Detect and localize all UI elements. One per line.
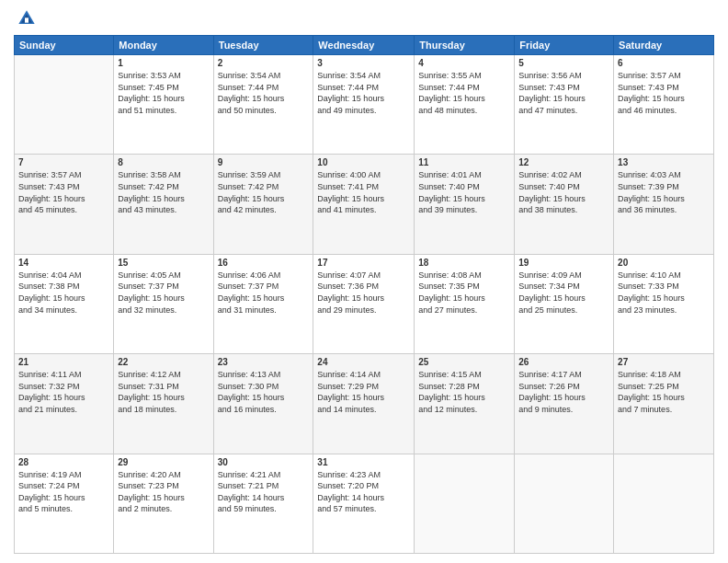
day-info: Sunrise: 3:58 AM Sunset: 7:42 PM Dayligh… <box>118 169 209 215</box>
day-cell: 7Sunrise: 3:57 AM Sunset: 7:43 PM Daylig… <box>15 155 114 254</box>
day-number: 17 <box>317 258 410 268</box>
day-info: Sunrise: 4:06 AM Sunset: 7:37 PM Dayligh… <box>218 270 310 316</box>
day-cell: 13Sunrise: 4:03 AM Sunset: 7:39 PM Dayli… <box>614 155 714 254</box>
header <box>14 9 714 28</box>
day-number: 4 <box>418 58 510 68</box>
calendar-table: SundayMondayTuesdayWednesdayThursdayFrid… <box>14 35 714 554</box>
day-cell: 4Sunrise: 3:55 AM Sunset: 7:44 PM Daylig… <box>415 55 515 155</box>
day-number: 12 <box>518 157 609 167</box>
day-number: 25 <box>418 357 510 367</box>
week-row-2: 7Sunrise: 3:57 AM Sunset: 7:43 PM Daylig… <box>15 155 714 254</box>
day-info: Sunrise: 4:15 AM Sunset: 7:28 PM Dayligh… <box>418 369 510 415</box>
day-number: 1 <box>118 58 209 68</box>
day-info: Sunrise: 4:01 AM Sunset: 7:40 PM Dayligh… <box>418 169 510 215</box>
day-number: 8 <box>118 157 209 167</box>
day-number: 21 <box>18 357 109 367</box>
day-cell: 16Sunrise: 4:06 AM Sunset: 7:37 PM Dayli… <box>213 254 313 353</box>
day-info: Sunrise: 3:57 AM Sunset: 7:43 PM Dayligh… <box>18 169 109 215</box>
day-info: Sunrise: 4:23 AM Sunset: 7:20 PM Dayligh… <box>317 469 410 515</box>
day-info: Sunrise: 4:13 AM Sunset: 7:30 PM Dayligh… <box>218 369 310 415</box>
day-number: 22 <box>118 357 209 367</box>
day-info: Sunrise: 3:54 AM Sunset: 7:44 PM Dayligh… <box>317 70 410 116</box>
day-info: Sunrise: 4:09 AM Sunset: 7:34 PM Dayligh… <box>518 270 609 316</box>
day-number: 6 <box>618 58 710 68</box>
weekday-monday: Monday <box>114 36 213 55</box>
day-cell: 24Sunrise: 4:14 AM Sunset: 7:29 PM Dayli… <box>313 354 415 454</box>
day-cell <box>614 454 714 553</box>
day-info: Sunrise: 4:17 AM Sunset: 7:26 PM Dayligh… <box>518 369 609 415</box>
day-cell: 29Sunrise: 4:20 AM Sunset: 7:23 PM Dayli… <box>114 454 213 553</box>
day-number: 5 <box>518 58 609 68</box>
day-info: Sunrise: 4:20 AM Sunset: 7:23 PM Dayligh… <box>118 469 209 515</box>
day-info: Sunrise: 3:56 AM Sunset: 7:43 PM Dayligh… <box>518 70 609 116</box>
day-cell <box>415 454 515 553</box>
weekday-saturday: Saturday <box>614 36 714 55</box>
day-cell: 8Sunrise: 3:58 AM Sunset: 7:42 PM Daylig… <box>114 155 213 254</box>
day-cell: 15Sunrise: 4:05 AM Sunset: 7:37 PM Dayli… <box>114 254 213 353</box>
day-cell: 17Sunrise: 4:07 AM Sunset: 7:36 PM Dayli… <box>313 254 415 353</box>
day-cell: 9Sunrise: 3:59 AM Sunset: 7:42 PM Daylig… <box>213 155 313 254</box>
day-cell: 3Sunrise: 3:54 AM Sunset: 7:44 PM Daylig… <box>313 55 415 155</box>
day-info: Sunrise: 4:00 AM Sunset: 7:41 PM Dayligh… <box>317 169 410 215</box>
day-cell: 12Sunrise: 4:02 AM Sunset: 7:40 PM Dayli… <box>515 155 614 254</box>
day-info: Sunrise: 4:18 AM Sunset: 7:25 PM Dayligh… <box>618 369 710 415</box>
day-info: Sunrise: 3:53 AM Sunset: 7:45 PM Dayligh… <box>118 70 209 116</box>
day-info: Sunrise: 4:14 AM Sunset: 7:29 PM Dayligh… <box>317 369 410 415</box>
day-cell: 2Sunrise: 3:54 AM Sunset: 7:44 PM Daylig… <box>213 55 313 155</box>
day-number: 30 <box>218 457 310 467</box>
day-info: Sunrise: 3:57 AM Sunset: 7:43 PM Dayligh… <box>618 70 710 116</box>
day-info: Sunrise: 4:12 AM Sunset: 7:31 PM Dayligh… <box>118 369 209 415</box>
svg-rect-2 <box>25 17 28 22</box>
weekday-tuesday: Tuesday <box>213 36 313 55</box>
day-cell: 31Sunrise: 4:23 AM Sunset: 7:20 PM Dayli… <box>313 454 415 553</box>
day-info: Sunrise: 4:07 AM Sunset: 7:36 PM Dayligh… <box>317 270 410 316</box>
day-cell <box>515 454 614 553</box>
day-number: 20 <box>618 258 710 268</box>
day-number: 13 <box>618 157 710 167</box>
weekday-thursday: Thursday <box>415 36 515 55</box>
day-number: 24 <box>317 357 410 367</box>
day-info: Sunrise: 4:08 AM Sunset: 7:35 PM Dayligh… <box>418 270 510 316</box>
day-number: 7 <box>18 157 109 167</box>
day-number: 31 <box>317 457 410 467</box>
day-number: 29 <box>118 457 209 467</box>
day-cell: 10Sunrise: 4:00 AM Sunset: 7:41 PM Dayli… <box>313 155 415 254</box>
day-cell: 19Sunrise: 4:09 AM Sunset: 7:34 PM Dayli… <box>515 254 614 353</box>
day-info: Sunrise: 3:54 AM Sunset: 7:44 PM Dayligh… <box>218 70 310 116</box>
day-cell: 21Sunrise: 4:11 AM Sunset: 7:32 PM Dayli… <box>15 354 114 454</box>
page: SundayMondayTuesdayWednesdayThursdayFrid… <box>0 0 728 563</box>
day-cell <box>15 55 114 155</box>
day-cell: 6Sunrise: 3:57 AM Sunset: 7:43 PM Daylig… <box>614 55 714 155</box>
day-info: Sunrise: 4:21 AM Sunset: 7:21 PM Dayligh… <box>218 469 310 515</box>
day-cell: 25Sunrise: 4:15 AM Sunset: 7:28 PM Dayli… <box>415 354 515 454</box>
day-info: Sunrise: 4:04 AM Sunset: 7:38 PM Dayligh… <box>18 270 109 316</box>
day-info: Sunrise: 4:19 AM Sunset: 7:24 PM Dayligh… <box>18 469 109 515</box>
day-info: Sunrise: 4:05 AM Sunset: 7:37 PM Dayligh… <box>118 270 209 316</box>
weekday-wednesday: Wednesday <box>313 36 415 55</box>
day-info: Sunrise: 4:02 AM Sunset: 7:40 PM Dayligh… <box>518 169 609 215</box>
day-cell: 20Sunrise: 4:10 AM Sunset: 7:33 PM Dayli… <box>614 254 714 353</box>
day-info: Sunrise: 3:55 AM Sunset: 7:44 PM Dayligh… <box>418 70 510 116</box>
day-number: 2 <box>218 58 310 68</box>
day-number: 26 <box>518 357 609 367</box>
day-cell: 30Sunrise: 4:21 AM Sunset: 7:21 PM Dayli… <box>213 454 313 553</box>
day-cell: 26Sunrise: 4:17 AM Sunset: 7:26 PM Dayli… <box>515 354 614 454</box>
day-cell: 5Sunrise: 3:56 AM Sunset: 7:43 PM Daylig… <box>515 55 614 155</box>
day-cell: 28Sunrise: 4:19 AM Sunset: 7:24 PM Dayli… <box>15 454 114 553</box>
day-number: 28 <box>18 457 109 467</box>
day-number: 3 <box>317 58 410 68</box>
logo <box>14 9 38 28</box>
day-number: 19 <box>518 258 609 268</box>
day-number: 15 <box>118 258 209 268</box>
week-row-5: 28Sunrise: 4:19 AM Sunset: 7:24 PM Dayli… <box>15 454 714 553</box>
day-number: 9 <box>218 157 310 167</box>
day-cell: 23Sunrise: 4:13 AM Sunset: 7:30 PM Dayli… <box>213 354 313 454</box>
day-number: 27 <box>618 357 710 367</box>
day-cell: 27Sunrise: 4:18 AM Sunset: 7:25 PM Dayli… <box>614 354 714 454</box>
weekday-sunday: Sunday <box>15 36 114 55</box>
day-number: 18 <box>418 258 510 268</box>
day-cell: 14Sunrise: 4:04 AM Sunset: 7:38 PM Dayli… <box>15 254 114 353</box>
day-cell: 18Sunrise: 4:08 AM Sunset: 7:35 PM Dayli… <box>415 254 515 353</box>
day-info: Sunrise: 4:11 AM Sunset: 7:32 PM Dayligh… <box>18 369 109 415</box>
day-info: Sunrise: 4:03 AM Sunset: 7:39 PM Dayligh… <box>618 169 710 215</box>
